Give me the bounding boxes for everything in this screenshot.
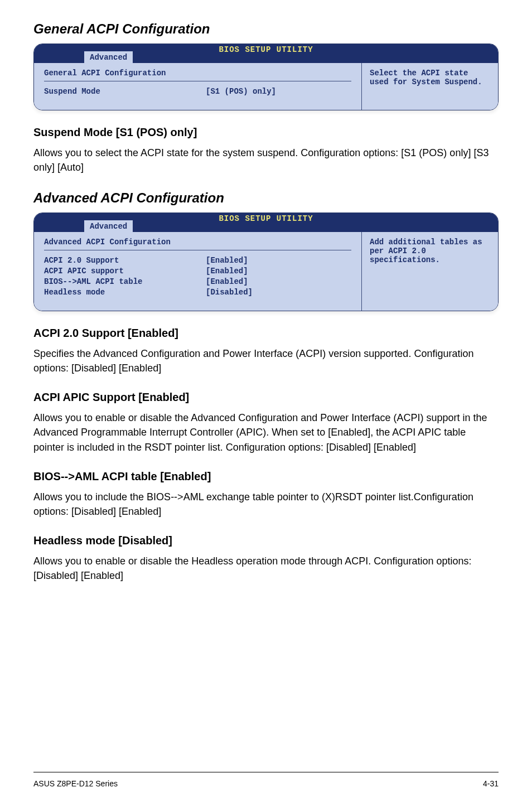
bios-section-title: General ACPI Configuration	[44, 69, 351, 78]
footer-page-number: 4-31	[483, 779, 499, 788]
bios-row-label: Suspend Mode	[44, 87, 206, 96]
page-footer: ASUS Z8PE-D12 Series 4-31	[33, 772, 499, 788]
subheading-suspend-mode: Suspend Mode [S1 (POS) only]	[33, 126, 499, 139]
bios-row-label: ACPI APIC support	[44, 267, 206, 276]
bios-row-value: [S1 (POS) only]	[206, 87, 276, 96]
bios-tab-advanced[interactable]: Advanced	[84, 220, 133, 232]
section-heading-general: General ACPI Configuration	[33, 21, 499, 37]
body-headless-mode: Allows you to enable or disable the Head…	[33, 554, 499, 583]
bios-left-panel: Advanced ACPI Configuration ACPI 2.0 Sup…	[34, 232, 361, 311]
bios-row-headless-mode[interactable]: Headless mode [Disabled]	[44, 288, 351, 297]
bios-row-acpi-apic-support[interactable]: ACPI APIC support [Enabled]	[44, 267, 351, 276]
bios-help-panel: Select the ACPI state used for System Su…	[361, 63, 498, 110]
bios-row-value: [Disabled]	[206, 288, 253, 297]
bios-row-value: [Enabled]	[206, 277, 248, 286]
bios-row-acpi-2-support[interactable]: ACPI 2.0 Support [Enabled]	[44, 256, 351, 265]
footer-product: ASUS Z8PE-D12 Series	[33, 779, 118, 788]
bios-panel-general: BIOS SETUP UTILITY Advanced General ACPI…	[33, 44, 499, 110]
bios-row-value: [Enabled]	[206, 267, 248, 276]
subheading-headless-mode: Headless mode [Disabled]	[33, 534, 499, 547]
bios-panel-advanced: BIOS SETUP UTILITY Advanced Advanced ACP…	[33, 212, 499, 311]
bios-left-panel: General ACPI Configuration Suspend Mode …	[34, 63, 361, 110]
bios-row-value: [Enabled]	[206, 256, 248, 265]
bios-separator	[44, 250, 351, 250]
body-suspend-mode: Allows you to select the ACPI state for …	[33, 146, 499, 175]
subheading-bios-aml-table: BIOS-->AML ACPI table [Enabled]	[33, 470, 499, 483]
bios-row-suspend-mode[interactable]: Suspend Mode [S1 (POS) only]	[44, 87, 351, 96]
subheading-acpi-apic-support: ACPI APIC Support [Enabled]	[33, 391, 499, 404]
bios-row-label: Headless mode	[44, 288, 206, 297]
bios-menubar: BIOS SETUP UTILITY Advanced	[34, 213, 498, 232]
bios-separator	[44, 81, 351, 81]
body-acpi-2-support: Specifies the Advanced Configuration and…	[33, 346, 499, 375]
subheading-acpi-2-support: ACPI 2.0 Support [Enabled]	[33, 327, 499, 340]
bios-menubar: BIOS SETUP UTILITY Advanced	[34, 44, 498, 63]
body-bios-aml-table: Allows you to include the BIOS-->AML exc…	[33, 490, 499, 519]
bios-tab-advanced[interactable]: Advanced	[84, 51, 133, 63]
bios-help-panel: Add additional tables as per ACPI 2.0 sp…	[361, 232, 498, 311]
bios-row-bios-aml-table[interactable]: BIOS-->AML ACPI table [Enabled]	[44, 277, 351, 286]
bios-row-label: BIOS-->AML ACPI table	[44, 277, 206, 286]
section-heading-advanced: Advanced ACPI Configuration	[33, 190, 499, 206]
bios-section-title: Advanced ACPI Configuration	[44, 238, 351, 247]
body-acpi-apic-support: Allows you to enable or disable the Adva…	[33, 410, 499, 454]
bios-row-label: ACPI 2.0 Support	[44, 256, 206, 265]
